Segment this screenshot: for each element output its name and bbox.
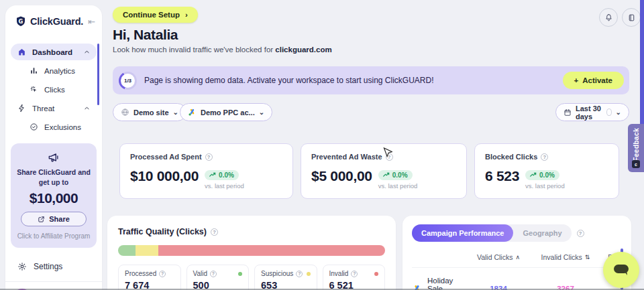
sidebar-item-settings[interactable]: Settings xyxy=(5,262,102,271)
bar-chart-icon xyxy=(30,66,38,75)
chat-widget-button[interactable] xyxy=(603,252,639,288)
stat-label: Prevented Ad Waste xyxy=(311,153,382,161)
bar-segment-suspicious xyxy=(136,245,158,256)
vs-last-period: vs. last period xyxy=(525,182,565,190)
sidebar-item-label: Dashboard xyxy=(32,48,72,56)
info-icon[interactable]: ? xyxy=(296,271,303,277)
clock-icon xyxy=(606,108,611,116)
sort-icon: ⇅ xyxy=(585,254,590,261)
traffic-quality-title: Traffic Quality (Clicks) xyxy=(118,227,207,236)
logo: G ClickGuard. ⇤ xyxy=(5,5,102,27)
check-circle-icon xyxy=(30,123,38,131)
cursor-click-icon xyxy=(30,85,38,94)
promo-amount: $10,000 xyxy=(15,190,92,206)
sidebar-item-label: Analytics xyxy=(44,67,75,75)
sidebar-item-analytics[interactable]: Analytics xyxy=(11,62,97,79)
stat-card-prevented-ad-waste: Prevented Ad Waste ? $5 000,00 0.0% vs. … xyxy=(301,143,467,199)
sidebar-item-label: Exclusions xyxy=(44,123,81,131)
chevron-up-icon xyxy=(84,105,90,111)
info-icon[interactable]: ? xyxy=(541,153,548,161)
info-icon[interactable]: ? xyxy=(205,153,213,161)
campaign-name: Holiday Sale Campaign xyxy=(427,277,466,290)
megaphone-icon xyxy=(15,151,92,164)
trend-up-icon xyxy=(530,172,537,177)
workspace-domain: clickguard.com xyxy=(275,46,331,54)
tab-campaign-performance[interactable]: Campaign Performance xyxy=(412,224,513,242)
notifications-button[interactable] xyxy=(599,8,618,27)
docs-button[interactable] xyxy=(622,8,641,27)
continue-setup-label: Continue Setup xyxy=(123,11,180,19)
column-invalid-clicks[interactable]: Invalid Clicks⇅ xyxy=(531,253,600,261)
metric-card-invalid: Invalid? 6 521 +0.00% xyxy=(323,265,386,290)
feedback-tab[interactable]: Feedback c xyxy=(628,124,644,172)
column-valid-clicks[interactable]: Valid Clicks∧ xyxy=(466,253,531,261)
chevron-down-icon: ⌄ xyxy=(616,108,621,116)
date-range-value: Last 30 days xyxy=(576,104,602,121)
stat-label: Processed Ad Spent xyxy=(130,153,202,161)
ppc-account-filter-dropdown[interactable]: Demo PPC ac... ⌄ xyxy=(180,103,272,121)
share-button[interactable]: Share xyxy=(21,212,87,226)
sidebar-item-dashboard[interactable]: Dashboard xyxy=(11,44,97,60)
info-icon[interactable]: ? xyxy=(211,228,218,236)
table-header: Valid Clicks∧ Invalid Clicks⇅ Bl xyxy=(412,253,622,261)
campaign-performance-panel: Campaign Performance Geography ? Valid C… xyxy=(402,216,631,290)
chevron-right-icon: › xyxy=(185,11,188,19)
book-icon xyxy=(627,13,636,22)
continue-setup-button[interactable]: Continue Setup › xyxy=(113,7,198,23)
sidebar-item-clicks[interactable]: Clicks xyxy=(11,81,97,98)
info-icon[interactable]: ? xyxy=(386,153,393,161)
sort-asc-icon: ∧ xyxy=(515,254,520,261)
info-icon[interactable]: ? xyxy=(351,271,358,277)
affiliate-promo-card[interactable]: Share ClickGuard and get up to $10,000 S… xyxy=(11,143,97,248)
settings-label: Settings xyxy=(34,262,62,271)
share-button-label: Share xyxy=(49,215,70,223)
invalid-dot-icon xyxy=(374,272,378,276)
trend-up-icon xyxy=(209,172,216,177)
panel-tabs: Campaign Performance Geography xyxy=(412,224,572,242)
stat-value: $5 000,00 xyxy=(311,168,372,184)
trend-badge: 0.0% xyxy=(525,170,559,180)
home-icon xyxy=(17,48,26,56)
sidebar-item-exclusions[interactable]: Exclusions xyxy=(11,119,97,135)
metric-card-valid: Valid? 500 +0.00% xyxy=(186,265,250,290)
info-icon[interactable]: ? xyxy=(210,271,217,277)
tab-geography[interactable]: Geography xyxy=(513,224,571,242)
bar-segment-valid xyxy=(118,245,136,256)
vs-last-period: vs. last period xyxy=(205,182,244,190)
collapse-sidebar-icon[interactable]: ⇤ xyxy=(88,17,95,27)
affiliate-link-text[interactable]: Click to Affiliate Program xyxy=(15,232,92,240)
page-scrollbar[interactable] xyxy=(640,0,644,133)
site-filter-dropdown[interactable]: Demo site ⌄ xyxy=(113,103,186,121)
chevron-down-icon: ⌄ xyxy=(173,108,178,116)
ppc-account-filter-value: Demo PPC ac... xyxy=(201,108,255,117)
sidebar-scrollbar[interactable] xyxy=(97,44,99,105)
date-range-dropdown[interactable]: Last 30 days ⌄ xyxy=(555,103,629,121)
info-icon[interactable]: ? xyxy=(577,230,584,237)
bell-icon xyxy=(604,13,613,22)
speech-bubble-icon xyxy=(612,263,630,277)
traffic-quality-panel: Traffic Quality (Clicks) ? Processed? 7 … xyxy=(107,216,396,290)
page-title: Hi, Natalia xyxy=(113,27,178,43)
activate-button-label: Activate xyxy=(582,76,612,84)
promo-text-line2: get up to xyxy=(15,177,92,188)
stat-label: Blocked Clicks xyxy=(485,153,537,161)
banner-message: Page is showing demo data. Activate your… xyxy=(144,76,434,85)
external-link-icon xyxy=(38,216,45,223)
sidebar-item-label: Clicks xyxy=(44,86,65,94)
chevron-down-icon: ⌄ xyxy=(259,108,264,116)
table-row[interactable]: Holiday Sale Campaign 1834 3267 xyxy=(412,277,622,290)
feedback-label: Feedback xyxy=(632,128,640,161)
trend-up-icon xyxy=(383,172,390,177)
trend-badge: 0.0% xyxy=(205,170,239,180)
info-icon[interactable]: ? xyxy=(159,271,166,277)
stat-value: 6 523 xyxy=(485,168,519,184)
stat-card-processed-ad-spent: Processed Ad Spent ? $10 000,00 0.0% vs.… xyxy=(119,143,293,199)
sidebar-nav: Dashboard Analytics Clicks Threat xyxy=(5,44,102,135)
svg-text:G: G xyxy=(19,18,23,25)
calendar-icon xyxy=(564,108,572,117)
trend-badge: 0.0% xyxy=(378,170,413,180)
lightning-icon xyxy=(17,104,26,113)
sidebar-item-threat[interactable]: Threat xyxy=(11,100,97,117)
activate-button[interactable]: + Activate xyxy=(563,72,624,89)
clickguard-shield-icon: G xyxy=(15,15,27,27)
